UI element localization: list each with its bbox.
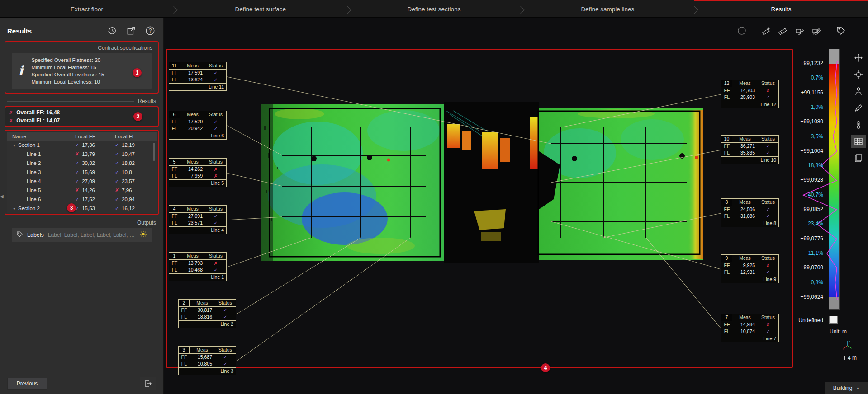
check-icon: ✓ — [758, 328, 778, 335]
label-metric-key: FL — [721, 213, 732, 220]
tab-results[interactable]: Results — [694, 0, 868, 17]
sheets-icon[interactable] — [851, 151, 866, 165]
measurement-label-5[interactable]: 5MeasStatusFF14,262✗FL7,959✗Line 5 — [169, 158, 227, 187]
cross-icon: ✗ — [75, 188, 79, 193]
label-col-meas: Meas — [732, 314, 758, 321]
row-name: Line 6 — [27, 197, 41, 202]
label-number: 3 — [179, 347, 190, 354]
tab-label: Results — [771, 6, 792, 13]
viewport-toolbar — [735, 24, 848, 38]
table-scrollbar[interactable] — [153, 143, 155, 161]
measurement-label-1[interactable]: 1MeasStatusFF13,793✗FL10,468✓Line 1 — [169, 252, 227, 281]
label-line-name: Line 7 — [721, 335, 778, 342]
tab-define-test-surface[interactable]: Define test surface — [174, 0, 347, 17]
tag-icon[interactable] — [834, 24, 848, 38]
view-toolbar — [851, 51, 866, 165]
row-fl-cell: ✓12,19 — [115, 142, 157, 148]
edit-labels-icon[interactable] — [792, 24, 807, 38]
label-metric-key: FL — [721, 328, 732, 335]
measurement-label-12[interactable]: 12MeasStatusFF14,703✗FL25,903✓Line 12 — [721, 80, 779, 108]
outputs-labels-title: Labels — [27, 232, 44, 238]
previous-button[interactable]: Previous — [7, 378, 47, 390]
person-view-icon[interactable] — [851, 84, 866, 98]
label-col-meas: Meas — [180, 253, 205, 259]
measurement-label-3[interactable]: 3MeasStatusFF15,687✓FL10,805✓Line 3 — [178, 346, 236, 375]
label-col-status: Status — [758, 136, 778, 142]
table-row[interactable]: Line 1✗13,79✓10,47 — [7, 150, 157, 159]
axis-gizmo[interactable]: z — [840, 338, 854, 352]
label-metric-key: FF — [169, 213, 180, 220]
legend-elevation-value: +99,0928 — [765, 177, 823, 183]
grid-view-icon[interactable] — [851, 135, 866, 148]
contract-specs-list: Specified Overall Flatness: 20Minimum Lo… — [31, 56, 104, 85]
measurement-label-10[interactable]: 10MeasStatusFF36,271✓FL35,835✓Line 10 — [721, 135, 779, 164]
label-col-status: Status — [215, 300, 236, 306]
sun-icon[interactable] — [140, 230, 147, 239]
cell-value: 17,36 — [82, 142, 95, 148]
table-row[interactable]: Line 3✓15,69✓10,8 — [7, 168, 157, 177]
popout-icon[interactable] — [125, 25, 137, 37]
legend-bottom-cap — [829, 297, 839, 309]
label-metric-value: 25,903 — [732, 94, 758, 101]
edit-labels-alt-icon[interactable] — [809, 24, 824, 38]
legend-percent-value: 40,7% — [765, 192, 823, 198]
expander-icon[interactable]: ▾ — [13, 143, 15, 148]
measurement-label-7[interactable]: 7MeasStatusFF14,984✗FL10,874✓Line 7 — [721, 314, 779, 342]
annotate-icon[interactable] — [851, 101, 866, 115]
measurement-label-6[interactable]: 6MeasStatusFF17,520✓FL20,942✓Line 6 — [169, 111, 227, 140]
undefined-color-swatch[interactable] — [829, 316, 838, 324]
expander-icon[interactable]: ▾ — [13, 206, 15, 211]
cell-value: 30,82 — [82, 160, 95, 166]
outputs-labels-row[interactable]: Labels Label, Label, Label, Label, Label… — [12, 228, 152, 242]
table-row[interactable]: Line 5✗14,26✗7,96 — [7, 186, 157, 195]
check-icon: ✓ — [115, 197, 119, 202]
thermometer-icon[interactable] — [851, 118, 866, 131]
tab-define-sample-lines[interactable]: Define sample lines — [521, 0, 694, 17]
measure-add-icon[interactable] — [759, 24, 773, 38]
check-icon: ✓ — [215, 307, 236, 314]
label-col-meas: Meas — [732, 255, 758, 262]
row-ff-cell: ✓15,69 — [75, 169, 115, 175]
legend-colorbar[interactable] — [829, 49, 840, 310]
history-icon[interactable] — [106, 25, 118, 37]
measurement-label-11[interactable]: 11MeasStatusFF17,591✓FL13,624✓Line 11 — [169, 62, 227, 91]
table-row[interactable]: Line 2✓30,82✓18,82 — [7, 159, 157, 168]
viewport[interactable]: 4 Undefined Unit: m 4 m — [164, 18, 868, 394]
tab-define-test-sections[interactable]: Define test sections — [347, 0, 521, 17]
measurement-label-4[interactable]: 4MeasStatusFF27,091✓FL23,571✓Line 4 — [169, 205, 227, 234]
scale-indicator: 4 m — [828, 355, 857, 361]
measurement-label-9[interactable]: 9MeasStatusFF9,925✗FL12,931✓Line 9 — [721, 254, 779, 283]
table-row[interactable]: Line 4✓27,09✓23,57 — [7, 177, 157, 186]
table-row[interactable]: Line 6✓17,52✓20,94 — [7, 195, 157, 204]
measure-icon[interactable] — [776, 24, 790, 38]
focus-icon[interactable] — [851, 68, 866, 81]
measurement-label-8[interactable]: 8MeasStatusFF24,506✓FL31,886✓Line 8 — [721, 198, 779, 227]
snap-circle-icon[interactable] — [735, 24, 749, 38]
label-metric-value: 36,271 — [732, 143, 758, 150]
check-icon: ✓ — [115, 206, 119, 211]
label-line-name: Line 10 — [721, 156, 778, 164]
label-col-meas: Meas — [180, 111, 205, 118]
label-line-name: Line 12 — [721, 101, 778, 108]
label-line-name: Line 6 — [169, 132, 226, 139]
label-metric-key: FF — [721, 262, 732, 269]
label-number: 12 — [721, 80, 732, 87]
group-head-outputs: Outputs — [7, 220, 156, 226]
pan-icon[interactable] — [851, 51, 866, 65]
export-button[interactable] — [140, 377, 156, 390]
table-row[interactable]: ▾Section 1✓17,36✓12,19 — [7, 141, 157, 150]
row-name-cell: Line 4 — [12, 178, 75, 184]
check-icon: ✓ — [205, 213, 226, 220]
table-row[interactable]: ▾Section 2✓15,53✓16,12 — [7, 204, 157, 213]
building-button[interactable]: Building ▲ — [825, 382, 868, 394]
label-metric-value: 7,959 — [180, 173, 205, 179]
measurement-label-2[interactable]: 2MeasStatusFF30,817✓FL18,816✓Line 2 — [178, 299, 236, 328]
tab-extract-floor[interactable]: Extract floor — [0, 0, 174, 17]
help-icon[interactable]: ? — [144, 25, 156, 37]
group-head-contract: Contract specifications — [10, 45, 152, 51]
panel-collapse-handle[interactable]: ◀ — [0, 193, 4, 200]
export-icon — [143, 379, 152, 388]
label-number: 8 — [721, 199, 732, 206]
cell-value: 10,47 — [122, 151, 135, 157]
scale-label: 4 m — [848, 355, 857, 361]
